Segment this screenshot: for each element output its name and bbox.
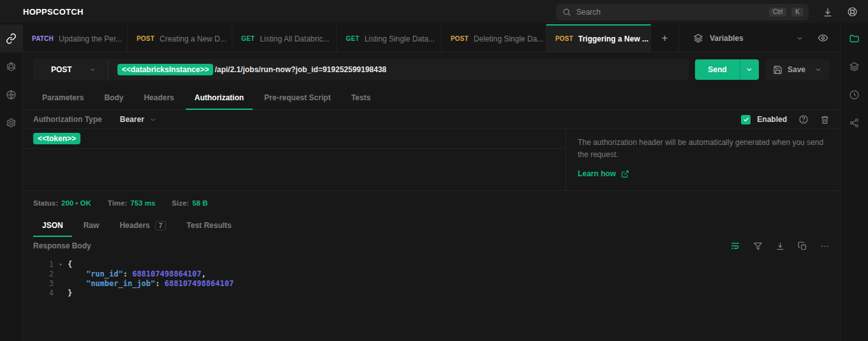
request-url-row: POST <<databricksInstance>> /api/2.1/job… <box>23 52 840 87</box>
method-selector[interactable]: POST <box>33 59 108 80</box>
chevron-down-icon <box>149 116 156 123</box>
authorization-help-text: The authorization header will be automat… <box>578 137 828 160</box>
response-headers-label: Headers <box>119 221 149 230</box>
response-section-tabs: JSON Raw Headers 7 Test Results <box>23 215 840 237</box>
nav-realtime-item[interactable] <box>0 80 22 109</box>
chevron-down-icon <box>89 66 96 73</box>
learn-how-label: Learn how <box>578 169 616 178</box>
more-options-icon[interactable] <box>820 241 830 251</box>
tab-deleting-single-databricks[interactable]: POST Deleting Single Da... <box>442 24 546 52</box>
request-section-tabs: Parameters Body Headers Authorization Pr… <box>23 87 840 110</box>
gear-icon <box>6 117 17 128</box>
tab-json[interactable]: JSON <box>33 215 72 237</box>
shortcut-k-key: K <box>791 8 804 17</box>
tab-label: Listing Single Data... <box>364 34 435 43</box>
help-circle-icon[interactable] <box>798 114 809 125</box>
line-number: 4 <box>23 289 54 298</box>
tab-response-headers[interactable]: Headers 7 <box>110 215 175 237</box>
download-response-icon[interactable] <box>775 241 785 251</box>
headers-count-badge: 7 <box>155 221 167 231</box>
save-button[interactable]: Save <box>765 59 830 80</box>
search-input[interactable] <box>576 8 764 17</box>
response-body-code[interactable]: 1 ▾ { 2 "run_id": 688107498864107, 3 "nu… <box>23 255 840 341</box>
nav-graphql-item[interactable] <box>0 52 22 80</box>
graphql-icon <box>6 61 17 72</box>
link-icon <box>6 33 17 44</box>
tab-headers[interactable]: Headers <box>135 87 183 110</box>
tab-updating-the-per[interactable]: PATCH Updating the Per... <box>23 24 128 52</box>
tab-listing-all-databricks[interactable]: GET Listing All Databric... <box>232 24 337 52</box>
layers-icon <box>849 61 860 72</box>
time-value: 753 ms <box>130 199 155 207</box>
right-navigation-rail <box>840 24 868 341</box>
environment-label: Variables <box>710 34 744 43</box>
save-options-chevron-icon[interactable] <box>814 66 822 73</box>
time-label: Time: <box>108 199 127 207</box>
authorization-type-select[interactable]: Bearer <box>120 115 156 124</box>
token-editor[interactable]: <<token>> <box>23 129 566 190</box>
send-options-chevron-icon[interactable] <box>740 59 759 80</box>
tab-listing-single-databricks[interactable]: GET Listing Single Data... <box>337 24 442 52</box>
trash-icon[interactable] <box>820 115 830 125</box>
environment-quick-peek-eye-icon[interactable] <box>815 30 831 46</box>
clock-icon <box>849 89 860 100</box>
filter-icon[interactable] <box>753 241 763 251</box>
code-line: 1 ▾ { <box>23 260 840 269</box>
tab-label: Creating a New D... <box>160 34 227 43</box>
sidebar-history-item[interactable] <box>841 80 868 109</box>
url-environment-variable[interactable]: <<databricksInstance>> <box>117 64 214 75</box>
send-button[interactable]: Send <box>695 59 759 80</box>
top-bar: HOPPSCOTCH Ctrl K <box>0 0 868 24</box>
code-line: 3 "number_in_job": 688107498864107 <box>23 279 840 289</box>
checkbox-check-icon <box>741 115 751 125</box>
tab-test-results[interactable]: Test Results <box>177 215 240 237</box>
download-app-icon[interactable] <box>823 7 833 17</box>
authorization-type-row: Authorization Type Bearer Enabled <box>23 110 840 129</box>
learn-how-link[interactable]: Learn how <box>578 169 828 178</box>
support-icon[interactable] <box>847 6 858 17</box>
tab-creating-a-new[interactable]: POST Creating a New D... <box>128 24 232 52</box>
enabled-label: Enabled <box>757 115 787 124</box>
globe-icon <box>6 89 17 100</box>
method-value: POST <box>51 65 72 74</box>
tab-authorization[interactable]: Authorization <box>186 87 253 110</box>
share-icon <box>849 117 860 128</box>
url-input[interactable]: <<databricksInstance>> /api/2.1/jobs/run… <box>108 64 396 75</box>
status-value: 200 • OK <box>61 199 91 207</box>
tab-method-badge: PATCH <box>32 35 54 42</box>
tab-raw[interactable]: Raw <box>75 215 108 237</box>
tab-method-badge: POST <box>451 35 468 42</box>
tab-method-badge: GET <box>346 35 359 42</box>
tab-body[interactable]: Body <box>95 87 132 110</box>
tab-triggering-a-new-active[interactable]: POST Triggering a New ... <box>546 24 651 52</box>
nav-rest-item[interactable] <box>0 24 22 52</box>
fold-arrow-icon[interactable]: ▾ <box>54 260 68 269</box>
layers-icon <box>693 33 703 43</box>
tab-tests[interactable]: Tests <box>342 87 379 110</box>
external-link-icon <box>621 170 629 178</box>
auth-enabled-checkbox[interactable]: Enabled <box>741 115 787 125</box>
token-environment-variable[interactable]: <<token>> <box>33 133 80 144</box>
size-label: Size: <box>172 199 189 207</box>
nav-settings-item[interactable] <box>0 109 22 137</box>
shortcut-ctrl-key: Ctrl <box>769 8 787 17</box>
sidebar-collections-item[interactable] <box>841 24 868 52</box>
sidebar-environments-item[interactable] <box>841 52 868 80</box>
tab-pre-request-script[interactable]: Pre-request Script <box>255 87 340 110</box>
tab-label: Updating the Per... <box>59 34 122 43</box>
code-line: 4 } <box>23 289 840 298</box>
wrap-lines-icon[interactable] <box>730 241 740 251</box>
response-body-header: Response Body <box>23 237 840 255</box>
authorization-type-value: Bearer <box>120 115 144 124</box>
line-number: 3 <box>23 279 54 289</box>
sidebar-share-item[interactable] <box>841 109 868 137</box>
tab-parameters[interactable]: Parameters <box>33 87 93 110</box>
folder-icon <box>849 33 860 44</box>
copy-icon[interactable] <box>798 241 807 251</box>
global-search[interactable]: Ctrl K <box>556 4 809 20</box>
app-logo: HOPPSCOTCH <box>23 7 84 17</box>
new-tab-button[interactable]: + <box>651 24 679 52</box>
request-tab-strip: PATCH Updating the Per... POST Creating … <box>23 24 840 52</box>
tab-label: Deleting Single Da... <box>474 34 543 43</box>
environment-selector[interactable]: Variables <box>688 33 809 43</box>
